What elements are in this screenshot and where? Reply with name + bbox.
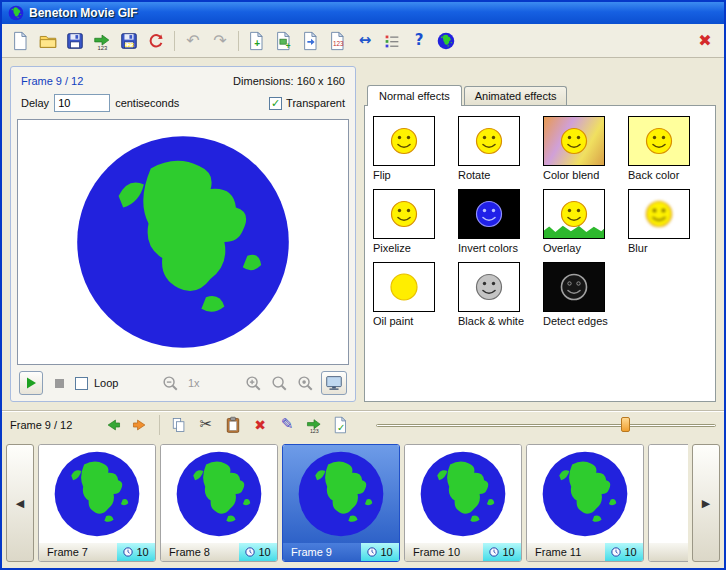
zoom-out-icon [161, 374, 179, 392]
add-frame-from-clipboard-button[interactable] [298, 28, 324, 54]
cut-frame-button[interactable]: ✂ [194, 413, 218, 437]
refresh-button[interactable] [143, 28, 169, 54]
main-area: Frame 9 / 12 Dimensions: 160 x 160 Delay… [2, 58, 724, 410]
save-frames-123-icon: 123 [119, 31, 139, 51]
undo-icon: ↶ [186, 33, 199, 49]
effect-item[interactable]: Invert colors [458, 189, 537, 254]
globe-thumbnail-icon [539, 448, 631, 540]
effects-tab[interactable]: Normal effects [367, 85, 462, 106]
effect-item[interactable]: Blur [628, 189, 707, 254]
frame-delay-badge: 10 [483, 543, 521, 561]
help-button[interactable]: ? [406, 28, 432, 54]
next-frame-button[interactable] [128, 413, 152, 437]
filmstrip-frame[interactable]: Frame 11 10 [526, 444, 644, 562]
effect-item[interactable]: Flip [373, 116, 452, 181]
smiley-icon [382, 267, 426, 307]
frame-delay-badge: 10 [361, 543, 399, 561]
effect-item[interactable]: Back color [628, 116, 707, 181]
globe-thumbnail-icon [173, 448, 265, 540]
save-frames-button[interactable]: 123 [116, 28, 142, 54]
frame-name-label: Frame 9 [283, 543, 361, 561]
transparent-checkbox[interactable]: ✓ [269, 97, 282, 110]
effect-item[interactable]: Overlay [543, 189, 622, 254]
close-button[interactable]: ✖ [692, 28, 718, 54]
refresh-icon [146, 31, 166, 51]
previous-frame-button[interactable] [101, 413, 125, 437]
apply-check-icon: ✓ [332, 416, 350, 434]
filmstrip-frame-partial[interactable] [648, 444, 688, 562]
effect-label: Flip [373, 169, 391, 181]
zoom-out-button[interactable] [160, 373, 180, 393]
smiley-icon [552, 267, 596, 307]
delay-row: Delay centiseconds ✓ Transparent [17, 94, 349, 119]
effect-label: Rotate [458, 169, 490, 181]
add-frames-123-button[interactable]: 123 [325, 28, 351, 54]
play-icon [24, 376, 38, 390]
globe-image [68, 127, 298, 357]
slider-handle[interactable] [621, 417, 630, 432]
effects-grid: Flip Rotate Color blend Back color Pixel… [364, 105, 716, 402]
redo-icon: ↷ [213, 33, 226, 49]
effect-label: Detect edges [543, 315, 608, 327]
frame-thumbnail [161, 445, 277, 543]
export-frames-button[interactable] [89, 28, 115, 54]
zoom-in-button[interactable] [243, 373, 263, 393]
copy-frame-button[interactable] [167, 413, 191, 437]
new-file-button[interactable] [8, 28, 34, 54]
effect-item[interactable]: Oil paint [373, 262, 452, 327]
paste-frame-button[interactable] [221, 413, 245, 437]
edit-frame-button[interactable]: ✎ [275, 413, 299, 437]
clock-icon [489, 547, 499, 557]
frame-bar [649, 543, 688, 561]
cut-icon: ✂ [200, 417, 213, 432]
filmstrip-frame[interactable]: Frame 9 10 [282, 444, 400, 562]
delete-frame-button[interactable]: ✖ [248, 413, 272, 437]
add-frame-from-file-button[interactable]: + [271, 28, 297, 54]
slider-track[interactable] [376, 424, 716, 427]
loop-checkbox[interactable]: ✓ [75, 377, 88, 390]
save-icon [65, 31, 85, 51]
filmstrip-scroll-right-button[interactable]: ▶ [692, 444, 720, 562]
effect-item[interactable]: Pixelize [373, 189, 452, 254]
fullscreen-preview-button[interactable] [321, 371, 347, 395]
filmstrip-scroll-left-button[interactable]: ◀ [6, 444, 34, 562]
zoom-fit-button[interactable] [269, 373, 289, 393]
filmstrip-frame[interactable]: Frame 10 10 [404, 444, 522, 562]
filmstrip-frame[interactable]: Frame 8 10 [160, 444, 278, 562]
filmstrip: ◀ Frame 7 10 Frame 8 10 Frame 9 [2, 438, 724, 568]
filmstrip-frame[interactable]: Frame 7 10 [38, 444, 156, 562]
smiley-icon [552, 121, 596, 161]
open-file-button[interactable] [35, 28, 61, 54]
frame-toolbar-label: Frame 9 / 12 [10, 419, 98, 431]
export-frames-icon [92, 31, 112, 51]
forward-arrow-icon [131, 416, 149, 434]
effect-item[interactable]: Detect edges [543, 262, 622, 327]
stop-button[interactable] [49, 373, 69, 393]
frame-bar: Frame 7 10 [39, 543, 155, 561]
frame-list-button[interactable] [379, 28, 405, 54]
frame-bar: Frame 8 10 [161, 543, 277, 561]
redo-button[interactable]: ↷ [207, 28, 233, 54]
playback-controls: ✓ Loop 1x [17, 365, 349, 395]
effects-tab[interactable]: Animated effects [464, 86, 568, 105]
resize-button[interactable]: ↔ [352, 28, 378, 54]
add-frame-button[interactable]: + [244, 28, 270, 54]
zoom-original-button[interactable] [295, 373, 315, 393]
effect-item[interactable]: Color blend [543, 116, 622, 181]
effect-item[interactable]: Black & white [458, 262, 537, 327]
export-frame-button[interactable] [302, 413, 326, 437]
dimensions-label: Dimensions: 160 x 160 [233, 75, 345, 87]
frame-thumbnail [527, 445, 643, 543]
frame-slider[interactable] [376, 416, 716, 434]
frame-list-icon [382, 31, 402, 51]
save-button[interactable] [62, 28, 88, 54]
apply-button[interactable]: ✓ [329, 413, 353, 437]
undo-button[interactable]: ↶ [180, 28, 206, 54]
effect-item[interactable]: Rotate [458, 116, 537, 181]
detect-edges-effect-thumb [543, 262, 605, 312]
frame-toolbar: Frame 9 / 12 ✂ ✖ ✎ ✓ [2, 410, 724, 438]
delay-input[interactable] [54, 94, 110, 112]
website-button[interactable] [433, 28, 459, 54]
play-button[interactable] [19, 371, 43, 395]
editor-header: Frame 9 / 12 Dimensions: 160 x 160 [17, 73, 349, 94]
